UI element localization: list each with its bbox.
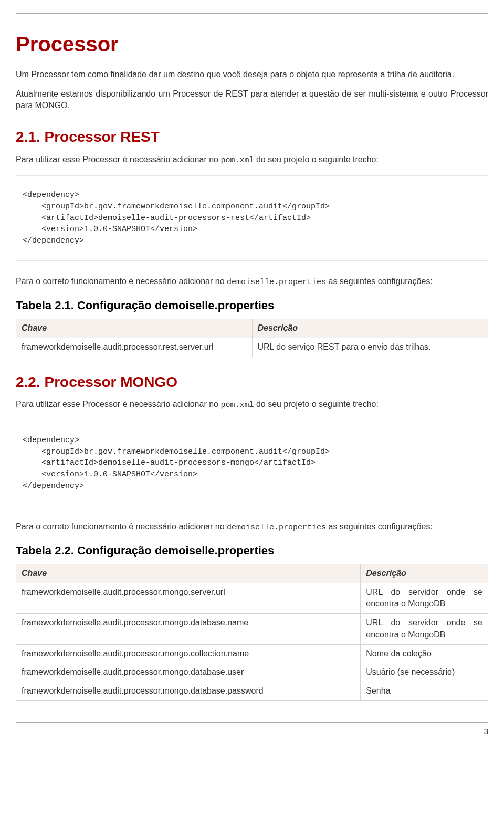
mongo-config-paragraph: Para o correto funcionamento é necessári… [16, 521, 488, 533]
code-line: </groupId> [282, 447, 330, 456]
top-rule [16, 13, 488, 14]
properties-code: demoiselle.properties [227, 523, 326, 532]
cell-key: frameworkdemoiselle.audit.processor.mong… [16, 644, 361, 663]
text: Para utilizar esse Processor é necessári… [16, 155, 220, 164]
cell-desc: URL do servidor onde se encontra o Mongo… [361, 583, 488, 613]
properties-code: demoiselle.properties [227, 278, 326, 287]
cell-desc: Nome da coleção [361, 644, 488, 663]
dependency-code-mongo: <dependency> <groupId>br.gov.frameworkde… [16, 421, 488, 506]
rest-config-paragraph: Para o correto funcionamento é necessári… [16, 276, 488, 288]
table-title-mongo: Tabela 2.2. Configuração demoiselle.prop… [16, 542, 488, 559]
code-value: 1.0.0-SNAPSHOT [84, 470, 150, 479]
code-line: <version> [23, 470, 84, 479]
text: do seu projeto o seguinte trecho: [254, 155, 379, 164]
cell-desc: Usuário (se necessário) [361, 663, 488, 682]
cell-desc: URL do servidor onde se encontra o Mongo… [361, 614, 488, 644]
mongo-usage-paragraph: Para utilizar esse Processor é necessári… [16, 399, 488, 411]
cell-key: frameworkdemoiselle.audit.processor.rest… [16, 338, 253, 357]
cell-desc: URL do serviço REST para o envio das tri… [252, 338, 488, 357]
cell-key: frameworkdemoiselle.audit.processor.mong… [16, 614, 361, 644]
text: do seu projeto o seguinte trecho: [254, 400, 379, 409]
config-table-mongo: Chave Descrição frameworkdemoiselle.audi… [16, 564, 488, 701]
code-line: </version> [150, 225, 197, 234]
intro-paragraph-1: Um Processor tem como finalidade dar um … [16, 69, 488, 81]
cell-key: frameworkdemoiselle.audit.processor.mong… [16, 583, 361, 613]
col-header-key: Chave [16, 564, 361, 583]
code-line: <dependency> [23, 436, 79, 445]
cell-key: frameworkdemoiselle.audit.processor.mong… [16, 682, 361, 701]
table-row: frameworkdemoiselle.audit.processor.mong… [16, 682, 488, 701]
code-line: <groupId> [23, 447, 84, 456]
code-value: br.gov.frameworkdemoiselle.component.aud… [84, 202, 282, 211]
text: Para o correto funcionamento é necessári… [16, 522, 227, 531]
table-title-rest: Tabela 2.1. Configuração demoiselle.prop… [16, 297, 488, 313]
code-line: </dependency> [23, 481, 84, 490]
code-line: </dependency> [23, 236, 84, 245]
table-row: frameworkdemoiselle.audit.processor.rest… [16, 338, 488, 357]
code-value: 1.0.0-SNAPSHOT [84, 225, 150, 234]
table-row: frameworkdemoiselle.audit.processor.mong… [16, 614, 488, 644]
chapter-title: Processor [16, 29, 488, 59]
col-header-desc: Descrição [252, 319, 488, 338]
col-header-key: Chave [16, 319, 253, 338]
code-line: </artifactId> [254, 458, 316, 467]
code-value: br.gov.frameworkdemoiselle.component.aud… [84, 447, 282, 456]
section-title-rest: 2.1. Processor REST [16, 127, 488, 148]
dependency-code-rest: <dependency> <groupId>br.gov.frameworkde… [16, 175, 488, 261]
text: Para o correto funcionamento é necessári… [16, 277, 227, 286]
rest-usage-paragraph: Para utilizar esse Processor é necessári… [16, 154, 488, 166]
code-line: <dependency> [23, 191, 79, 200]
bottom-rule [16, 722, 488, 723]
col-header-desc: Descrição [361, 564, 488, 583]
text: as seguintes configurações: [326, 522, 433, 531]
table-row: frameworkdemoiselle.audit.processor.mong… [16, 663, 488, 682]
config-table-rest: Chave Descrição frameworkdemoiselle.audi… [16, 319, 488, 357]
code-line: </artifactId> [249, 214, 311, 223]
section-title-mongo: 2.2. Processor MONGO [16, 372, 488, 393]
code-value: demoiselle-audit-processors-rest [98, 214, 249, 223]
code-line: <groupId> [23, 202, 84, 211]
pom-xml-code: pom.xml [220, 156, 254, 165]
code-line: <artifactId> [23, 458, 98, 467]
table-row: frameworkdemoiselle.audit.processor.mong… [16, 644, 488, 663]
code-line: </version> [150, 470, 197, 479]
code-line: </groupId> [282, 202, 330, 211]
pom-xml-code: pom.xml [220, 401, 254, 410]
code-value: demoiselle-audit-processors-mongo [98, 458, 254, 467]
cell-key: frameworkdemoiselle.audit.processor.mong… [16, 663, 361, 682]
code-line: <artifactId> [23, 214, 98, 223]
cell-desc: Senha [361, 682, 488, 701]
table-row: frameworkdemoiselle.audit.processor.mong… [16, 583, 488, 613]
text: as seguintes configurações: [326, 277, 433, 286]
page-number: 3 [16, 726, 488, 737]
text: Para utilizar esse Processor é necessári… [16, 400, 220, 409]
code-line: <version> [23, 225, 84, 234]
intro-paragraph-2: Atualmente estamos disponibilizando um P… [16, 88, 488, 112]
